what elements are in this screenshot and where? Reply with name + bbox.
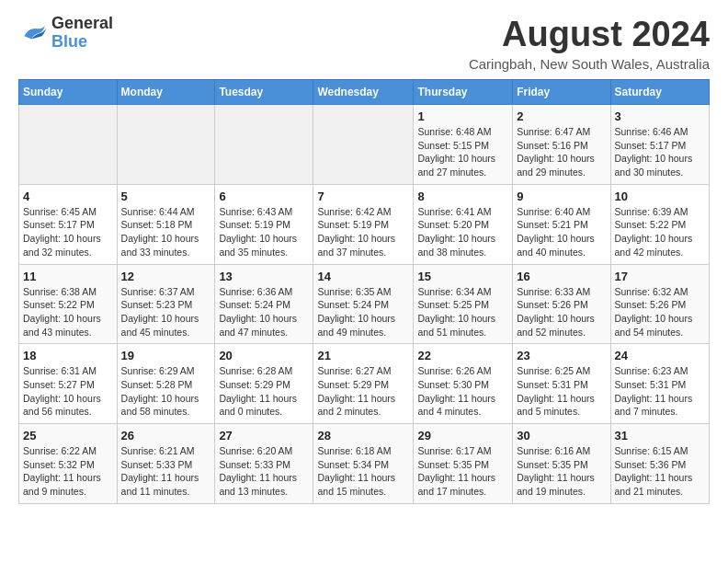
calendar-cell: 4Sunrise: 6:45 AM Sunset: 5:17 PM Daylig… bbox=[19, 184, 118, 264]
logo-blue-text: Blue bbox=[51, 33, 113, 52]
calendar-cell: 28Sunrise: 6:18 AM Sunset: 5:34 PM Dayli… bbox=[313, 424, 414, 504]
day-number: 27 bbox=[219, 429, 309, 442]
main-title: August 2024 bbox=[469, 15, 710, 54]
calendar-week-2: 4Sunrise: 6:45 AM Sunset: 5:17 PM Daylig… bbox=[19, 184, 710, 264]
day-detail: Sunrise: 6:44 AM Sunset: 5:18 PM Dayligh… bbox=[121, 205, 211, 259]
day-number: 28 bbox=[317, 429, 409, 442]
day-detail: Sunrise: 6:46 AM Sunset: 5:17 PM Dayligh… bbox=[615, 125, 705, 179]
day-number: 18 bbox=[23, 349, 113, 362]
calendar-cell: 26Sunrise: 6:21 AM Sunset: 5:33 PM Dayli… bbox=[117, 424, 215, 504]
day-number: 4 bbox=[23, 190, 113, 203]
calendar-cell: 31Sunrise: 6:15 AM Sunset: 5:36 PM Dayli… bbox=[610, 424, 709, 504]
calendar-body: 1Sunrise: 6:48 AM Sunset: 5:15 PM Daylig… bbox=[19, 105, 710, 504]
calendar-cell: 24Sunrise: 6:23 AM Sunset: 5:31 PM Dayli… bbox=[610, 344, 709, 424]
day-detail: Sunrise: 6:16 AM Sunset: 5:35 PM Dayligh… bbox=[517, 444, 606, 499]
logo-bird-icon bbox=[18, 20, 48, 46]
calendar-cell: 11Sunrise: 6:38 AM Sunset: 5:22 PM Dayli… bbox=[19, 264, 118, 344]
day-detail: Sunrise: 6:28 AM Sunset: 5:29 PM Dayligh… bbox=[219, 364, 309, 419]
calendar-table: SundayMondayTuesdayWednesdayThursdayFrid… bbox=[18, 79, 710, 504]
calendar-cell: 15Sunrise: 6:34 AM Sunset: 5:25 PM Dayli… bbox=[414, 264, 513, 344]
day-number: 22 bbox=[417, 349, 508, 362]
day-detail: Sunrise: 6:43 AM Sunset: 5:19 PM Dayligh… bbox=[219, 205, 309, 259]
day-number: 11 bbox=[23, 270, 113, 283]
day-number: 3 bbox=[615, 109, 705, 123]
day-number: 23 bbox=[517, 349, 606, 362]
day-detail: Sunrise: 6:23 AM Sunset: 5:31 PM Dayligh… bbox=[615, 364, 705, 419]
calendar-cell: 3Sunrise: 6:46 AM Sunset: 5:17 PM Daylig… bbox=[610, 105, 709, 185]
logo: General Blue bbox=[18, 15, 113, 52]
day-number: 8 bbox=[417, 190, 508, 203]
calendar-cell bbox=[19, 105, 118, 185]
day-number: 21 bbox=[317, 349, 409, 362]
calendar-cell: 18Sunrise: 6:31 AM Sunset: 5:27 PM Dayli… bbox=[19, 344, 118, 424]
calendar-week-1: 1Sunrise: 6:48 AM Sunset: 5:15 PM Daylig… bbox=[19, 105, 710, 185]
header-cell-wednesday: Wednesday bbox=[313, 80, 414, 105]
day-detail: Sunrise: 6:22 AM Sunset: 5:32 PM Dayligh… bbox=[23, 444, 113, 499]
day-detail: Sunrise: 6:17 AM Sunset: 5:35 PM Dayligh… bbox=[417, 444, 508, 499]
header-cell-tuesday: Tuesday bbox=[215, 80, 313, 105]
calendar-cell: 6Sunrise: 6:43 AM Sunset: 5:19 PM Daylig… bbox=[215, 184, 313, 264]
day-number: 19 bbox=[121, 349, 211, 362]
day-detail: Sunrise: 6:36 AM Sunset: 5:24 PM Dayligh… bbox=[219, 285, 309, 339]
day-detail: Sunrise: 6:21 AM Sunset: 5:33 PM Dayligh… bbox=[121, 444, 211, 499]
title-block: August 2024 Caringbah, New South Wales, … bbox=[469, 15, 710, 72]
calendar-week-4: 18Sunrise: 6:31 AM Sunset: 5:27 PM Dayli… bbox=[19, 344, 710, 424]
day-number: 20 bbox=[219, 349, 309, 362]
calendar-cell: 13Sunrise: 6:36 AM Sunset: 5:24 PM Dayli… bbox=[215, 264, 313, 344]
day-number: 15 bbox=[417, 270, 508, 283]
day-detail: Sunrise: 6:35 AM Sunset: 5:24 PM Dayligh… bbox=[317, 285, 409, 339]
calendar-week-3: 11Sunrise: 6:38 AM Sunset: 5:22 PM Dayli… bbox=[19, 264, 710, 344]
day-detail: Sunrise: 6:18 AM Sunset: 5:34 PM Dayligh… bbox=[317, 444, 409, 499]
calendar-cell: 2Sunrise: 6:47 AM Sunset: 5:16 PM Daylig… bbox=[513, 105, 610, 185]
day-number: 6 bbox=[219, 190, 309, 203]
calendar-header: SundayMondayTuesdayWednesdayThursdayFrid… bbox=[19, 80, 710, 105]
day-number: 17 bbox=[615, 270, 705, 283]
day-number: 31 bbox=[615, 429, 705, 442]
header-row: SundayMondayTuesdayWednesdayThursdayFrid… bbox=[19, 80, 710, 105]
calendar-cell: 1Sunrise: 6:48 AM Sunset: 5:15 PM Daylig… bbox=[414, 105, 513, 185]
day-number: 30 bbox=[517, 429, 606, 442]
day-detail: Sunrise: 6:25 AM Sunset: 5:31 PM Dayligh… bbox=[517, 364, 606, 419]
day-detail: Sunrise: 6:31 AM Sunset: 5:27 PM Dayligh… bbox=[23, 364, 113, 419]
calendar-cell: 12Sunrise: 6:37 AM Sunset: 5:23 PM Dayli… bbox=[117, 264, 215, 344]
day-detail: Sunrise: 6:26 AM Sunset: 5:30 PM Dayligh… bbox=[417, 364, 508, 419]
day-number: 10 bbox=[615, 190, 705, 203]
day-detail: Sunrise: 6:27 AM Sunset: 5:29 PM Dayligh… bbox=[317, 364, 409, 419]
day-detail: Sunrise: 6:47 AM Sunset: 5:16 PM Dayligh… bbox=[517, 125, 606, 179]
day-detail: Sunrise: 6:38 AM Sunset: 5:22 PM Dayligh… bbox=[23, 285, 113, 339]
header-cell-sunday: Sunday bbox=[19, 80, 118, 105]
calendar-cell bbox=[117, 105, 215, 185]
day-number: 16 bbox=[517, 270, 606, 283]
day-number: 12 bbox=[121, 270, 211, 283]
day-number: 1 bbox=[417, 109, 508, 123]
day-detail: Sunrise: 6:42 AM Sunset: 5:19 PM Dayligh… bbox=[317, 205, 409, 259]
day-number: 2 bbox=[517, 109, 606, 123]
calendar-cell: 14Sunrise: 6:35 AM Sunset: 5:24 PM Dayli… bbox=[313, 264, 414, 344]
calendar-cell: 10Sunrise: 6:39 AM Sunset: 5:22 PM Dayli… bbox=[610, 184, 709, 264]
day-detail: Sunrise: 6:37 AM Sunset: 5:23 PM Dayligh… bbox=[121, 285, 211, 339]
calendar-cell: 8Sunrise: 6:41 AM Sunset: 5:20 PM Daylig… bbox=[414, 184, 513, 264]
day-detail: Sunrise: 6:29 AM Sunset: 5:28 PM Dayligh… bbox=[121, 364, 211, 419]
day-detail: Sunrise: 6:41 AM Sunset: 5:20 PM Dayligh… bbox=[417, 205, 508, 259]
day-number: 5 bbox=[121, 190, 211, 203]
header-cell-thursday: Thursday bbox=[414, 80, 513, 105]
day-number: 24 bbox=[615, 349, 705, 362]
calendar-cell: 9Sunrise: 6:40 AM Sunset: 5:21 PM Daylig… bbox=[513, 184, 610, 264]
header-cell-saturday: Saturday bbox=[610, 80, 709, 105]
day-detail: Sunrise: 6:32 AM Sunset: 5:26 PM Dayligh… bbox=[615, 285, 705, 339]
calendar-cell bbox=[313, 105, 414, 185]
day-detail: Sunrise: 6:34 AM Sunset: 5:25 PM Dayligh… bbox=[417, 285, 508, 339]
day-number: 13 bbox=[219, 270, 309, 283]
day-number: 14 bbox=[317, 270, 409, 283]
day-detail: Sunrise: 6:48 AM Sunset: 5:15 PM Dayligh… bbox=[417, 125, 508, 179]
day-number: 7 bbox=[317, 190, 409, 203]
day-number: 26 bbox=[121, 429, 211, 442]
calendar-cell: 27Sunrise: 6:20 AM Sunset: 5:33 PM Dayli… bbox=[215, 424, 313, 504]
calendar-cell: 23Sunrise: 6:25 AM Sunset: 5:31 PM Dayli… bbox=[513, 344, 610, 424]
day-number: 25 bbox=[23, 429, 113, 442]
calendar-cell bbox=[215, 105, 313, 185]
calendar-cell: 30Sunrise: 6:16 AM Sunset: 5:35 PM Dayli… bbox=[513, 424, 610, 504]
day-detail: Sunrise: 6:40 AM Sunset: 5:21 PM Dayligh… bbox=[517, 205, 606, 259]
calendar-cell: 20Sunrise: 6:28 AM Sunset: 5:29 PM Dayli… bbox=[215, 344, 313, 424]
header-cell-monday: Monday bbox=[117, 80, 215, 105]
